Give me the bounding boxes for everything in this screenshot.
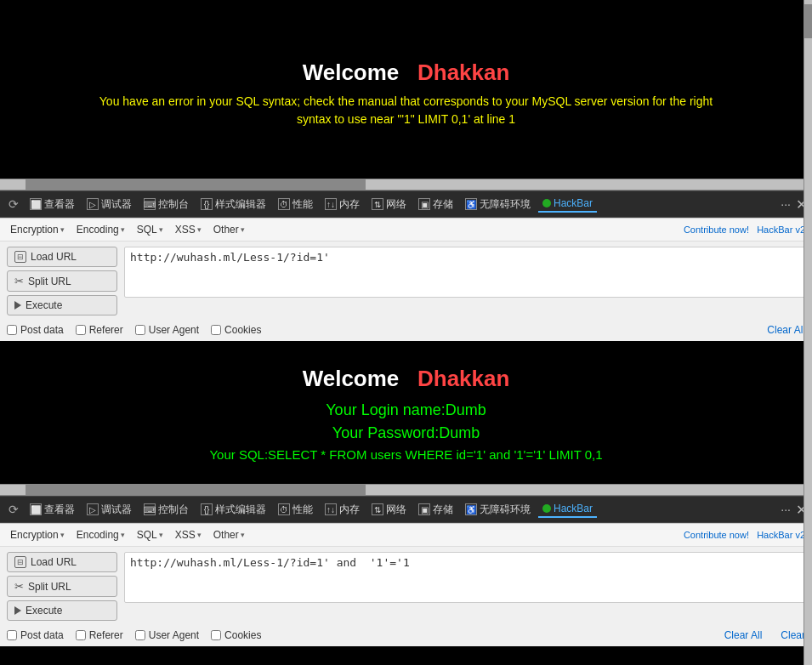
encoding-arrow-1: ▾	[121, 225, 125, 234]
perf-icon-2: ⏱	[278, 503, 290, 515]
split-url-button-1[interactable]: ✂ Split URL	[7, 270, 117, 292]
referer-checkbox-1[interactable]	[76, 325, 86, 335]
menu-encryption-2[interactable]: Encryption ▾	[7, 527, 68, 543]
hackbar-tab-1[interactable]: HackBar	[538, 196, 597, 213]
url-input-2[interactable]	[124, 552, 805, 603]
toolbar-btn-storage-1[interactable]: ▣ 存储	[414, 196, 457, 213]
scrollbar-1[interactable]	[0, 179, 812, 190]
net-icon-1: ⇅	[372, 198, 383, 210]
toolbar-btn-console-1[interactable]: ⌨ 控制台	[139, 196, 193, 213]
referer-checkbox-2[interactable]	[76, 630, 86, 640]
hackbar-dot-2	[542, 504, 551, 513]
toolbar-btn-access-1[interactable]: ♿ 无障碍环境	[461, 196, 535, 213]
contribute-link-2[interactable]: Contribute now! HackBar v2	[684, 530, 805, 540]
other-arrow-1: ▾	[241, 225, 245, 234]
post-data-option-1[interactable]: Post data	[7, 324, 64, 336]
hackbar-buttons-2: ⊟ Load URL ✂ Split URL Execute	[7, 552, 117, 621]
toolbar-btn-net-2[interactable]: ⇅ 网络	[367, 501, 411, 519]
menu-other-2[interactable]: Other ▾	[210, 527, 248, 543]
toolbar-btn-perf-2[interactable]: ⏱ 性能	[274, 501, 317, 519]
toolbar-btn-style-1[interactable]: {} 样式编辑器	[196, 196, 270, 213]
hackbar-buttons-1: ⊟ Load URL ✂ Split URL Execute	[7, 247, 117, 315]
scrollbar-2[interactable]	[0, 484, 812, 496]
contribute-link-1[interactable]: Contribute now! HackBar v2	[684, 225, 805, 235]
post-data-option-2[interactable]: Post data	[7, 629, 64, 641]
menu-encoding-2[interactable]: Encoding ▾	[73, 527, 128, 543]
post-data-checkbox-2[interactable]	[7, 630, 17, 640]
encryption-arrow-2: ▾	[60, 531, 65, 539]
console-icon-1: ⌨	[144, 198, 156, 210]
welcome-line-2: Welcome Dhakkan	[17, 366, 795, 392]
menu-sql-2[interactable]: SQL ▾	[133, 527, 167, 543]
execute-button-2[interactable]: Execute	[7, 600, 117, 621]
toolbar-btn-debugger-1[interactable]: ▷ 调试器	[82, 196, 136, 213]
error-text-1: You have an error in your SQL syntax; ch…	[99, 93, 713, 128]
post-data-checkbox-1[interactable]	[7, 325, 17, 335]
clear-all-button-1[interactable]: Clear All	[767, 324, 805, 336]
split-icon-1: ✂	[14, 275, 24, 287]
clear-all-button-2[interactable]: Clear All	[724, 629, 763, 641]
vertical-scrollbar[interactable]	[803, 0, 812, 665]
referer-option-1[interactable]: Referer	[76, 324, 123, 336]
toolbar-btn-storage-2[interactable]: ▣ 存储	[414, 501, 457, 519]
browser-toolbar-1: ⟳ ⬜ 查看器 ▷ 调试器 ⌨ 控制台 {} 样式编辑器 ⏱ 性能 ↑↓ 内存 …	[0, 190, 812, 218]
menu-encoding-1[interactable]: Encoding ▾	[73, 222, 128, 237]
toolbar-nav-icon-1[interactable]: ⟳	[5, 196, 22, 213]
menu-other-1[interactable]: Other ▾	[210, 222, 248, 237]
hackbar-url-area-2: ⊟ Load URL ✂ Split URL Execute	[0, 547, 812, 626]
toolbar-btn-style-2[interactable]: {} 样式编辑器	[196, 501, 270, 519]
access-icon-2: ♿	[465, 503, 477, 515]
execute-button-1[interactable]: Execute	[7, 295, 117, 315]
toolbar-btn-inspector-1[interactable]: ⬜ 查看器	[26, 196, 79, 213]
url-input-1[interactable]	[124, 247, 805, 298]
clear-button[interactable]: Clear	[781, 629, 805, 641]
browser-content-bottom: Welcome Dhakkan Your Login name:Dumb You…	[0, 341, 812, 484]
toolbar-nav-icon-2[interactable]: ⟳	[5, 501, 22, 518]
hackbar-url-area-1: ⊟ Load URL ✂ Split URL Execute	[0, 242, 812, 321]
toolbar-btn-mem-1[interactable]: ↑↓ 内存	[321, 196, 364, 213]
toolbar-btn-debugger-2[interactable]: ▷ 调试器	[82, 501, 136, 519]
login-name-text: Your Login name:Dumb	[17, 401, 795, 419]
load-url-button-2[interactable]: ⊟ Load URL	[7, 552, 117, 572]
toolbar-btn-net-1[interactable]: ⇅ 网络	[367, 196, 411, 213]
hackbar-tab-2[interactable]: HackBar	[538, 501, 597, 518]
sql-arrow-2: ▾	[159, 531, 163, 539]
split-url-button-2[interactable]: ✂ Split URL	[7, 576, 117, 597]
referer-option-2[interactable]: Referer	[76, 629, 123, 641]
toolbar-btn-access-2[interactable]: ♿ 无障碍环境	[461, 501, 535, 519]
browser-content-top: Welcome Dhakkan You have an error in you…	[0, 0, 812, 179]
toolbar-btn-inspector-2[interactable]: ⬜ 查看器	[26, 501, 79, 519]
hackbar-dot-1	[542, 199, 551, 207]
toolbar-btn-console-2[interactable]: ⌨ 控制台	[139, 501, 193, 519]
cookies-option-2[interactable]: Cookies	[211, 629, 261, 641]
menu-encryption-1[interactable]: Encryption ▾	[7, 222, 68, 237]
cookies-checkbox-2[interactable]	[211, 630, 221, 640]
menu-xss-2[interactable]: XSS ▾	[172, 527, 205, 543]
sql-arrow-1: ▾	[159, 225, 163, 234]
toolbar-btn-mem-2[interactable]: ↑↓ 内存	[321, 501, 364, 519]
menu-sql-1[interactable]: SQL ▾	[133, 222, 167, 237]
menu-xss-1[interactable]: XSS ▾	[172, 222, 205, 237]
password-text: Your Password:Dumb	[17, 424, 795, 442]
inspector-icon-2: ⬜	[30, 503, 42, 515]
toolbar-dots-1[interactable]: ···	[781, 197, 791, 211]
welcome-text-1: Welcome	[303, 60, 400, 85]
dhakkan-text-2: Dhakkan	[417, 366, 509, 391]
hackbar-options-2: Post data Referer User Agent Cookies Cle…	[0, 626, 812, 646]
hackbar-options-1: Post data Referer User Agent Cookies Cle…	[0, 321, 812, 341]
storage-icon-1: ▣	[418, 198, 430, 210]
user-agent-option-2[interactable]: User Agent	[135, 629, 199, 641]
net-icon-2: ⇅	[372, 503, 383, 515]
user-agent-checkbox-2[interactable]	[135, 630, 145, 640]
load-url-button-1[interactable]: ⊟ Load URL	[7, 247, 117, 267]
toolbar-dots-2[interactable]: ···	[781, 503, 791, 516]
sql-query-text: Your SQL:SELECT * FROM users WHERE id='1…	[17, 447, 795, 462]
cookies-checkbox-1[interactable]	[211, 325, 221, 335]
user-agent-option-1[interactable]: User Agent	[135, 324, 199, 336]
user-agent-checkbox-1[interactable]	[135, 325, 145, 335]
mem-icon-1: ↑↓	[325, 198, 337, 210]
browser-toolbar-2: ⟳ ⬜ 查看器 ▷ 调试器 ⌨ 控制台 {} 样式编辑器 ⏱ 性能 ↑↓ 内存 …	[0, 496, 812, 523]
cookies-option-1[interactable]: Cookies	[211, 324, 261, 336]
toolbar-btn-perf-1[interactable]: ⏱ 性能	[274, 196, 317, 213]
storage-icon-2: ▣	[418, 503, 430, 515]
